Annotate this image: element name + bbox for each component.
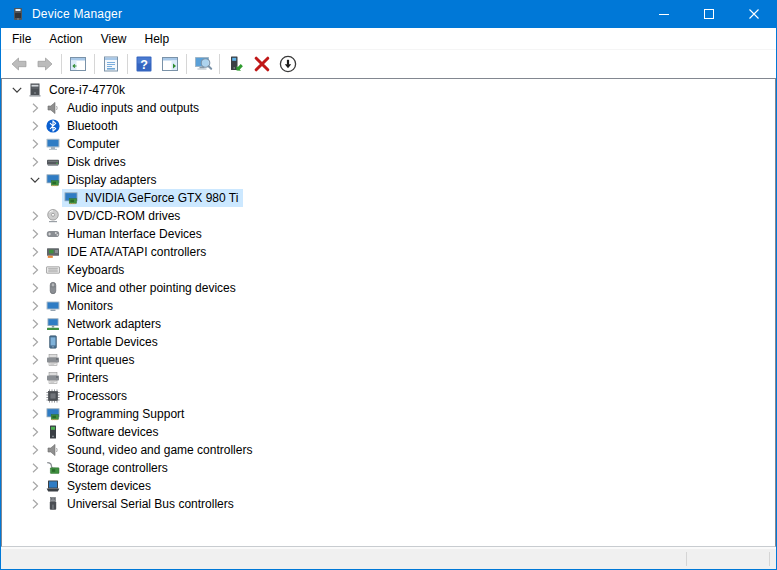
chevron-collapsed-icon[interactable] [26, 370, 44, 386]
maximize-button[interactable] [686, 0, 731, 28]
tree-item-label: Printers [65, 370, 110, 386]
system-device-icon [45, 478, 61, 494]
caption-buttons [641, 0, 776, 28]
tree-item-storage-controllers[interactable]: Storage controllers [2, 459, 775, 477]
chevron-collapsed-icon[interactable] [26, 442, 44, 458]
tree-item-bluetooth[interactable]: Bluetooth [2, 117, 775, 135]
chevron-collapsed-icon[interactable] [26, 334, 44, 350]
chevron-collapsed-icon[interactable] [26, 352, 44, 368]
ide-controller-icon [45, 244, 61, 260]
properties-button[interactable] [98, 52, 124, 76]
status-resize-grip [769, 552, 770, 566]
tree-item-portable-devices[interactable]: Portable Devices [2, 333, 775, 351]
window-title: Device Manager [32, 7, 122, 21]
chevron-collapsed-icon[interactable] [26, 226, 44, 242]
chevron-collapsed-icon[interactable] [26, 262, 44, 278]
tree-item-content: Audio inputs and outputs [44, 99, 204, 117]
storage-controller-icon [45, 460, 61, 476]
show-console-tree-button[interactable] [65, 52, 91, 76]
update-driver-button[interactable] [223, 52, 249, 76]
tree-item-dvd-cd-rom-drives[interactable]: DVD/CD-ROM drives [2, 207, 775, 225]
tree-item-mice-and-other-pointing-devices[interactable]: Mice and other pointing devices [2, 279, 775, 297]
chevron-collapsed-icon[interactable] [26, 298, 44, 314]
tree-item-ide-ata-atapi-controllers[interactable]: IDE ATA/ATAPI controllers [2, 243, 775, 261]
tree-item-print-queues[interactable]: Print queues [2, 351, 775, 369]
minimize-icon [659, 9, 669, 19]
tree-item-label: System devices [65, 478, 153, 494]
back-button[interactable] [6, 52, 32, 76]
chevron-collapsed-icon[interactable] [26, 244, 44, 260]
tree-item-nvidia-geforce-gtx-980-ti[interactable]: NVIDIA GeForce GTX 980 Ti [2, 189, 775, 207]
menu-view[interactable]: View [92, 29, 136, 49]
tree-item-system-devices[interactable]: System devices [2, 477, 775, 495]
tree-item-content: Printers [44, 369, 113, 387]
chevron-collapsed-icon[interactable] [26, 406, 44, 422]
tree-item-keyboards[interactable]: Keyboards [2, 261, 775, 279]
chevron-collapsed-icon[interactable] [26, 208, 44, 224]
chevron-collapsed-icon[interactable] [26, 118, 44, 134]
tree-item-programming-support[interactable]: Programming Support [2, 405, 775, 423]
printer-icon [45, 352, 61, 368]
uninstall-device-button[interactable] [249, 52, 275, 76]
chevron-collapsed-icon[interactable] [26, 316, 44, 332]
tree-item-monitors[interactable]: Monitors [2, 297, 775, 315]
software-device-icon [45, 424, 61, 440]
menu-action[interactable]: Action [40, 29, 91, 49]
show-action-pane-button[interactable] [157, 52, 183, 76]
tree-item-content: Network adapters [44, 315, 166, 333]
tree-item-content: Programming Support [44, 405, 189, 423]
tree-item-network-adapters[interactable]: Network adapters [2, 315, 775, 333]
device-manager-window: Device Manager FileActionViewHelp ? Core… [0, 0, 777, 570]
tree-item-content: Mice and other pointing devices [44, 279, 241, 297]
tree-item-audio-inputs-and-outputs[interactable]: Audio inputs and outputs [2, 99, 775, 117]
chevron-collapsed-icon[interactable] [26, 496, 44, 512]
maximize-icon [704, 9, 714, 19]
tree-item-processors[interactable]: Processors [2, 387, 775, 405]
tree-item-software-devices[interactable]: Software devices [2, 423, 775, 441]
scan-icon [193, 54, 213, 74]
chevron-collapsed-icon[interactable] [26, 154, 44, 170]
forward-button[interactable] [32, 52, 58, 76]
menu-file[interactable]: File [3, 29, 40, 49]
minimize-button[interactable] [641, 0, 686, 28]
tree-item-content: System devices [44, 477, 156, 495]
chevron-expanded-icon[interactable] [8, 82, 26, 98]
tree-item-content: DVD/CD-ROM drives [44, 207, 185, 225]
menu-help[interactable]: Help [136, 29, 179, 49]
tree-item-computer[interactable]: Computer [2, 135, 775, 153]
chevron-collapsed-icon[interactable] [26, 388, 44, 404]
display-adapter-icon [45, 406, 61, 422]
tree-item-content: Software devices [44, 423, 163, 441]
toolbar-separator [61, 54, 62, 74]
tree-item-core-i7-4770k[interactable]: Core-i7-4770k [2, 81, 775, 99]
chevron-collapsed-icon[interactable] [26, 280, 44, 296]
tree-item-sound-video-and-game-controllers[interactable]: Sound, video and game controllers [2, 441, 775, 459]
printer-icon [45, 370, 61, 386]
toolbar-separator [94, 54, 95, 74]
tree-item-content: Monitors [44, 297, 118, 315]
chevron-collapsed-icon[interactable] [26, 478, 44, 494]
chevron-expanded-icon[interactable] [26, 172, 44, 188]
chevron-collapsed-icon[interactable] [26, 424, 44, 440]
computer-tower-icon [27, 82, 43, 98]
tree-item-universal-serial-bus-controllers[interactable]: Universal Serial Bus controllers [2, 495, 775, 513]
device-tree: Core-i7-4770kAudio inputs and outputsBlu… [1, 78, 776, 547]
tree-item-label: Print queues [65, 352, 136, 368]
tree-item-display-adapters[interactable]: Display adapters [2, 171, 775, 189]
display-adapter-icon [63, 190, 79, 206]
close-button[interactable] [731, 0, 776, 28]
chevron-collapsed-icon[interactable] [26, 136, 44, 152]
tree-item-printers[interactable]: Printers [2, 369, 775, 387]
scan-for-hardware-changes-button[interactable] [190, 52, 216, 76]
disable-device-button[interactable] [275, 52, 301, 76]
chevron-collapsed-icon[interactable] [26, 460, 44, 476]
help-button[interactable]: ? [131, 52, 157, 76]
tree-item-content: Human Interface Devices [44, 225, 207, 243]
chevron-collapsed-icon[interactable] [26, 100, 44, 116]
tree-item-content: Computer [44, 135, 125, 153]
tree-item-human-interface-devices[interactable]: Human Interface Devices [2, 225, 775, 243]
tree-item-label: Monitors [65, 298, 115, 314]
tree-item-disk-drives[interactable]: Disk drives [2, 153, 775, 171]
tree-item-content: Keyboards [44, 261, 129, 279]
console-tree-icon [68, 54, 88, 74]
